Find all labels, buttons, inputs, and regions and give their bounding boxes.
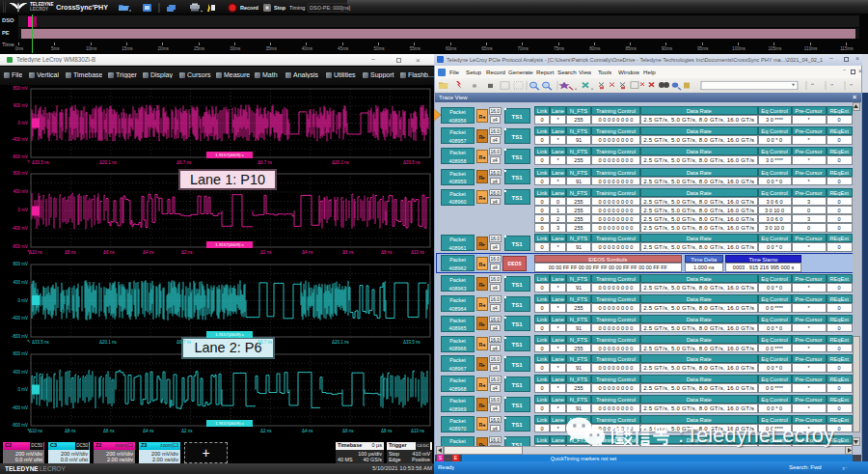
svg-text:“: “	[811, 82, 814, 88]
svg-text:”: ”	[850, 82, 853, 88]
svg-text:”: ”	[830, 82, 833, 88]
